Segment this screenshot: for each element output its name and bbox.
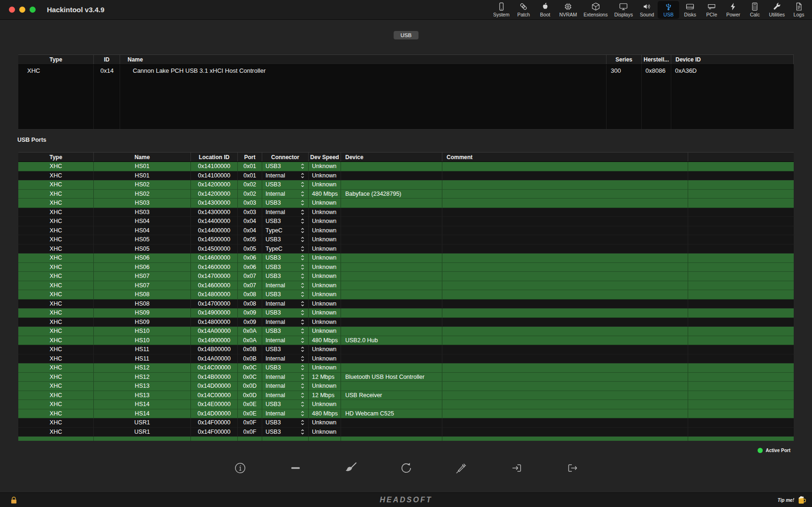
table-row[interactable]: XHC HS11 0x14A00000 0x0B Internal Unknow… [18, 354, 794, 364]
column-header-port[interactable]: Port [238, 153, 262, 161]
table-row[interactable]: XHC HS01 0x14100000 0x01 Internal Unknow… [18, 171, 794, 181]
table-row[interactable]: XHC HS11 0x14B00000 0x0B USB3 Unknown [18, 345, 794, 354]
zoom-window-button[interactable] [30, 7, 36, 13]
toolbar-item-calc[interactable]: Calc [744, 1, 766, 19]
table-row[interactable]: XHC HS13 0x14C00000 0x0D Internal 12 Mbp… [18, 391, 794, 400]
table-row[interactable]: XHC HS03 0x14300000 0x03 USB3 Unknown [18, 199, 794, 208]
table-row[interactable]: XHC USR1 0x14F00000 0x0F USB3 Unknown [18, 418, 794, 428]
column-header-type[interactable]: Type [18, 153, 94, 161]
lock-button[interactable] [0, 496, 18, 505]
column-header-name[interactable]: Name [120, 55, 607, 64]
connector-popup[interactable]: Internal [262, 318, 309, 327]
connector-popup[interactable]: TypeC [262, 226, 309, 235]
connector-popup[interactable]: USB3 [262, 400, 309, 409]
column-header-series[interactable]: Series [607, 55, 642, 64]
connector-popup[interactable]: USB3 [262, 308, 309, 317]
import-button[interactable] [510, 461, 524, 475]
minimize-window-button[interactable] [19, 7, 25, 13]
tab-usb[interactable]: USB [394, 31, 419, 39]
connector-popup[interactable]: Internal [262, 373, 309, 382]
table-row[interactable]: XHC HS08 0x14800000 0x08 USB3 Unknown [18, 290, 794, 300]
info-button[interactable] [234, 461, 247, 475]
table-row[interactable]: XHC HS05 0x14500000 0x05 USB3 Unknown [18, 235, 794, 245]
connector-popup[interactable]: USB3 [262, 199, 309, 207]
connector-popup[interactable]: Internal [262, 281, 309, 290]
toolbar-item-power[interactable]: Power [722, 1, 744, 19]
toolbar-item-boot[interactable]: Boot [534, 1, 556, 19]
column-header-name[interactable]: Name [94, 153, 191, 161]
table-row[interactable]: XHC HS05 0x14500000 0x05 TypeC Unknown [18, 245, 794, 254]
table-row[interactable]: XHC HS14 0x14D00000 0x0E Internal 480 Mb… [18, 409, 794, 419]
close-window-button[interactable] [9, 7, 15, 13]
toolbar-item-system[interactable]: System [490, 1, 513, 19]
table-row[interactable]: XHC HS02 0x14200000 0x02 Internal 480 Mb… [18, 190, 794, 199]
table-row[interactable]: XHC HS14 0x14E00000 0x0E USB3 Unknown [18, 400, 794, 409]
connector-popup[interactable]: USB3 [262, 217, 309, 226]
connector-popup[interactable]: Internal [262, 300, 309, 308]
table-row[interactable]: XHC HS06 0x14600000 0x06 USB3 Unknown [18, 254, 794, 263]
connector-popup[interactable]: USB3 [262, 428, 309, 437]
column-header-hersteller[interactable]: Herstell... [642, 55, 671, 64]
toolbar-item-sound[interactable]: Sound [636, 1, 658, 19]
table-row[interactable]: XHC HS10 0x14A00000 0x0A USB3 Unknown [18, 327, 794, 336]
connector-popup[interactable]: USB3 [262, 235, 309, 244]
column-header-connector[interactable]: Connector [262, 153, 309, 161]
connector-popup[interactable]: Internal [262, 354, 309, 363]
toolbar-item-disks[interactable]: Disks [679, 1, 701, 19]
table-row[interactable]: XHC HS12 0x14C00000 0x0C USB3 Unknown [18, 363, 794, 373]
connector-popup[interactable]: USB3 [262, 345, 309, 354]
column-header-device-id[interactable]: Device ID [671, 55, 794, 64]
tip-me-button[interactable]: Tip me! [778, 495, 812, 505]
remove-button[interactable] [289, 461, 302, 475]
table-row[interactable]: XHC HS04 0x14400000 0x04 TypeC Unknown [18, 226, 794, 236]
table-row[interactable]: XHC HS07 0x14600000 0x07 Internal Unknow… [18, 281, 794, 291]
table-row[interactable]: XHC HS10 0x14900000 0x0A Internal 480 Mb… [18, 336, 794, 346]
table-row[interactable]: XHC HS04 0x14400000 0x04 USB3 Unknown [18, 217, 794, 226]
connector-popup[interactable]: USB3 [262, 272, 309, 281]
connector-popup[interactable]: Internal [262, 391, 309, 400]
column-header-dev-speed[interactable]: Dev Speed [309, 153, 341, 161]
table-row[interactable]: XHC HS02 0x14200000 0x02 USB3 Unknown [18, 180, 794, 190]
toolbar-item-pcie[interactable]: PCIe [701, 1, 722, 19]
connector-popup[interactable]: Internal [262, 208, 309, 217]
table-row[interactable]: XHC HS09 0x14900000 0x09 USB3 Unknown [18, 308, 794, 318]
table-row[interactable]: XHC 0x14 Cannon Lake PCH USB 3.1 xHCI Ho… [18, 65, 794, 77]
toolbar-item-nvram[interactable]: NVRAM [556, 1, 580, 19]
table-row[interactable]: XHC HS09 0x14800000 0x09 Internal Unknow… [18, 318, 794, 327]
column-header-type[interactable]: Type [18, 55, 94, 64]
refresh-button[interactable] [400, 461, 413, 475]
connector-popup[interactable]: USB3 [262, 263, 309, 272]
table-row[interactable]: XHC USR1 0x14F00000 0x0F USB3 Unknown [18, 428, 794, 437]
table-row[interactable] [18, 437, 794, 441]
connector-popup[interactable]: Internal [262, 336, 309, 345]
toolbar-item-usb[interactable]: USB [658, 1, 679, 19]
clean-button[interactable] [344, 461, 357, 475]
column-header-location-id[interactable]: Location ID [191, 153, 238, 161]
connector-popup[interactable]: Internal [262, 171, 309, 180]
connector-popup[interactable]: Internal [262, 190, 309, 199]
connector-popup[interactable]: Internal [262, 382, 309, 391]
connector-popup[interactable]: USB3 [262, 162, 309, 171]
column-header-device[interactable]: Device [341, 153, 442, 161]
toolbar-item-logs[interactable]: Logs [788, 1, 810, 19]
toolbar-item-utilities[interactable]: Utilities [766, 1, 788, 19]
toolbar-item-patch[interactable]: Patch [513, 1, 534, 19]
connector-popup[interactable]: Internal [262, 409, 309, 418]
table-row[interactable]: XHC HS01 0x14100000 0x01 USB3 Unknown [18, 162, 794, 171]
toolbar-item-displays[interactable]: Displays [611, 1, 636, 19]
column-header-comment[interactable]: Comment [442, 153, 688, 161]
table-row[interactable]: XHC HS07 0x14700000 0x07 USB3 Unknown [18, 272, 794, 281]
connector-popup[interactable]: USB3 [262, 363, 309, 372]
table-row[interactable]: XHC HS13 0x14D00000 0x0D Internal Unknow… [18, 382, 794, 391]
connector-popup[interactable]: USB3 [262, 254, 309, 262]
connector-popup[interactable] [262, 437, 309, 441]
connector-popup[interactable]: USB3 [262, 327, 309, 336]
table-row[interactable]: XHC HS06 0x14600000 0x06 USB3 Unknown [18, 263, 794, 272]
connector-popup[interactable]: TypeC [262, 245, 309, 254]
export-button[interactable] [566, 461, 579, 475]
connector-popup[interactable]: USB3 [262, 290, 309, 299]
table-row[interactable]: XHC HS12 0x14B00000 0x0C Internal 12 Mbp… [18, 373, 794, 382]
connector-popup[interactable]: USB3 [262, 418, 309, 427]
table-row[interactable]: XHC HS03 0x14300000 0x03 Internal Unknow… [18, 208, 794, 217]
toolbar-item-extensions[interactable]: Extensions [580, 1, 611, 19]
